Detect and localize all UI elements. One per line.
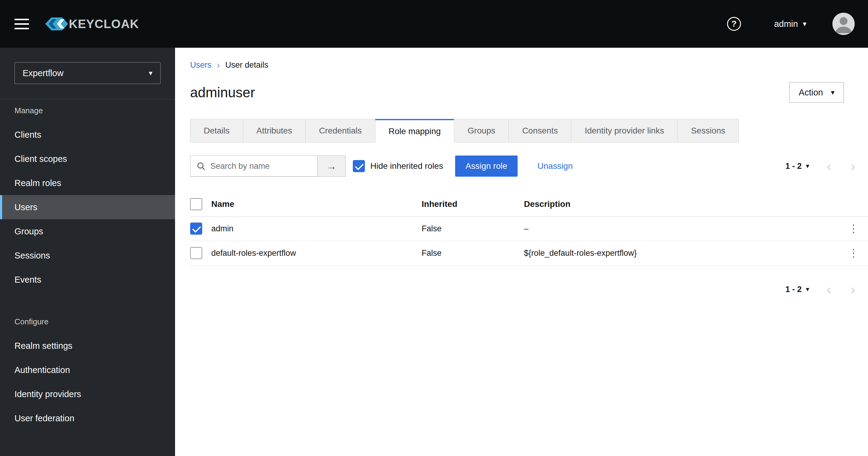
sidebar-item-realm-roles[interactable]: Realm roles (0, 171, 175, 195)
tab-sessions[interactable]: Sessions (677, 119, 739, 143)
hide-inherited-label: Hide inherited roles (370, 161, 443, 171)
chevron-down-icon: ▾ (806, 285, 809, 293)
pagination-range-label: 1 - 2 (785, 285, 802, 294)
sidebar-item-identity-providers[interactable]: Identity providers (0, 382, 175, 406)
pagination-bottom: 1 - 2 ▾ ‹ › (190, 282, 855, 296)
role-mapping-toolbar: → Hide inherited roles Assign role Unass… (190, 155, 868, 177)
column-header-description: Description (524, 199, 839, 209)
row-checkbox[interactable] (190, 223, 202, 235)
breadcrumb: Users › User details (190, 60, 868, 70)
role-description-cell: – (524, 224, 839, 233)
pagination-prev-icon[interactable]: ‹ (827, 282, 831, 296)
brand-wordmark: KEYCLOAK (69, 17, 139, 31)
chevron-down-icon: ▾ (806, 162, 809, 170)
global-nav-toggle-icon[interactable] (14, 16, 29, 32)
search-icon (196, 161, 206, 173)
search-submit-button[interactable]: → (317, 155, 346, 177)
kebab-menu-icon[interactable]: ⋮ (839, 222, 868, 235)
sidebar-item-authentication[interactable]: Authentication (0, 358, 175, 382)
pagination-next-icon[interactable]: › (851, 282, 855, 296)
tab-groups[interactable]: Groups (454, 119, 509, 143)
pagination-top: 1 - 2 ▾ ‹ › (785, 159, 855, 173)
masthead: KEYCLOAK ? admin ▾ (0, 0, 868, 48)
kebab-menu-icon[interactable]: ⋮ (839, 247, 868, 259)
chevron-down-icon: ▾ (149, 69, 152, 77)
tab-attributes[interactable]: Attributes (243, 119, 306, 143)
main-content: Users › User details adminuser Action ▾ … (175, 48, 868, 456)
realm-selector[interactable]: Expertflow ▾ (14, 62, 161, 84)
help-icon[interactable]: ? (727, 17, 741, 31)
role-name-cell: default-roles-expertflow (211, 249, 422, 258)
tab-details[interactable]: Details (190, 119, 243, 143)
column-header-inherited: Inherited (422, 199, 524, 209)
search-input[interactable] (190, 155, 317, 177)
column-header-name: Name (211, 199, 422, 209)
table-row: default-roles-expertflow False ${role_de… (190, 241, 868, 265)
action-dropdown-label: Action (799, 88, 823, 97)
unassign-link[interactable]: Unassign (537, 161, 573, 171)
tab-role-mapping[interactable]: Role mapping (375, 119, 455, 143)
arrow-right-icon: → (326, 160, 337, 172)
realm-selector-label: Expertflow (23, 68, 63, 78)
sidebar-item-clients[interactable]: Clients (0, 123, 175, 147)
user-detail-tabs: Details Attributes Credentials Role mapp… (190, 119, 868, 143)
pagination-range-label: 1 - 2 (785, 162, 802, 171)
chevron-down-icon: ▾ (803, 20, 806, 28)
user-menu[interactable]: admin ▾ (774, 19, 806, 29)
breadcrumb-users-link[interactable]: Users (190, 60, 212, 70)
tab-credentials[interactable]: Credentials (305, 119, 375, 143)
role-description-cell: ${role_default-roles-expertflow} (524, 249, 839, 258)
page-title: adminuser (190, 84, 255, 101)
sidebar-item-client-scopes[interactable]: Client scopes (0, 147, 175, 171)
pagination-next-icon[interactable]: › (851, 159, 855, 173)
pagination-range-dropdown[interactable]: 1 - 2 ▾ (785, 162, 809, 171)
sidebar-item-groups[interactable]: Groups (0, 219, 175, 244)
breadcrumb-separator-icon: › (217, 60, 220, 70)
select-all-checkbox[interactable] (190, 198, 202, 210)
pagination-prev-icon[interactable]: ‹ (827, 159, 831, 173)
nav-section-configure: Configure (0, 292, 175, 334)
table-header-row: Name Inherited Description (190, 192, 868, 217)
sidebar-item-realm-settings[interactable]: Realm settings (0, 334, 175, 358)
role-inherited-cell: False (422, 224, 524, 233)
sidebar-item-user-federation[interactable]: User federation (0, 406, 175, 430)
role-mapping-table: Name Inherited Description admin False –… (190, 192, 868, 265)
sidebar-item-sessions[interactable]: Sessions (0, 244, 175, 267)
keycloak-logo-icon (45, 17, 68, 30)
tab-consents[interactable]: Consents (508, 119, 571, 143)
sidebar-item-users[interactable]: Users (0, 195, 175, 219)
avatar[interactable] (832, 13, 855, 35)
action-dropdown-button[interactable]: Action ▾ (789, 82, 844, 103)
role-inherited-cell: False (422, 249, 524, 258)
chevron-down-icon: ▾ (831, 88, 835, 97)
assign-role-button[interactable]: Assign role (455, 155, 518, 177)
pagination-range-dropdown[interactable]: 1 - 2 ▾ (785, 285, 809, 294)
tab-identity-provider-links[interactable]: Identity provider links (571, 119, 678, 143)
table-row: admin False – ⋮ (190, 217, 868, 241)
nav-section-manage: Manage (0, 99, 175, 123)
row-checkbox[interactable] (190, 247, 202, 259)
sidebar: Expertflow ▾ Manage Clients Client scope… (0, 48, 175, 456)
keycloak-logo[interactable]: KEYCLOAK (45, 17, 139, 31)
breadcrumb-current: User details (225, 60, 269, 70)
hide-inherited-checkbox[interactable] (353, 160, 365, 172)
sidebar-item-events[interactable]: Events (0, 267, 175, 292)
role-name-cell: admin (211, 224, 422, 233)
user-menu-label: admin (774, 19, 798, 29)
